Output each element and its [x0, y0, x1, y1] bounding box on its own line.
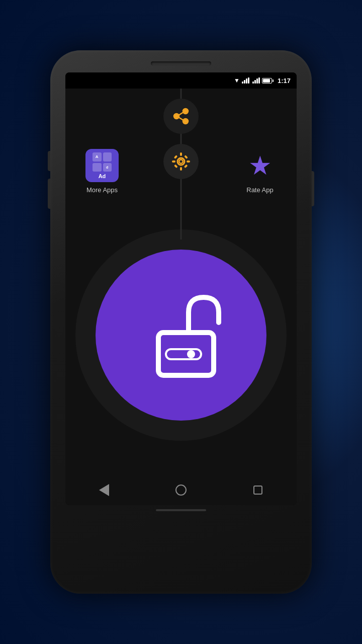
power-button[interactable] — [312, 171, 314, 206]
phone-device: ▼ — [50, 50, 312, 594]
back-icon — [99, 484, 109, 496]
star-icon: ★ — [248, 152, 272, 179]
home-icon — [175, 485, 187, 496]
status-time: 1:17 — [278, 77, 291, 85]
rate-app-button[interactable]: ★ Rate App — [243, 149, 277, 194]
volume-up-button[interactable] — [48, 151, 50, 171]
signal2-icon — [252, 77, 260, 84]
bottom-nav — [65, 475, 297, 505]
lock-icon — [131, 285, 231, 385]
back-button[interactable] — [92, 477, 117, 503]
status-bar: ▼ — [65, 72, 297, 89]
share-button[interactable] — [163, 99, 199, 134]
share-icon — [172, 107, 190, 125]
more-apps-icon: A d Ad — [85, 149, 119, 182]
recents-icon — [253, 486, 262, 495]
fingerprint-sensor — [156, 509, 206, 511]
lock-circle-container[interactable] — [75, 229, 287, 441]
more-apps-button[interactable]: A d Ad More — [85, 149, 119, 194]
wifi-icon: ▼ — [234, 77, 240, 84]
volume-down-button[interactable] — [48, 179, 50, 209]
rate-app-label: Rate App — [246, 186, 274, 194]
svg-point-7 — [184, 119, 188, 123]
svg-line-3 — [179, 113, 183, 115]
svg-point-5 — [184, 109, 188, 113]
rate-app-icon-container: ★ — [243, 149, 277, 182]
phone-bottom — [156, 509, 206, 511]
lock-circle[interactable] — [96, 250, 266, 421]
menu-area: A d Ad More — [65, 89, 297, 239]
side-buttons: A d Ad More — [65, 149, 297, 194]
home-button[interactable] — [168, 477, 194, 503]
svg-line-4 — [179, 118, 183, 120]
battery-icon — [262, 78, 274, 84]
speaker — [151, 61, 211, 65]
screen: ▼ — [65, 72, 297, 505]
more-apps-label: More Apps — [86, 186, 118, 194]
svg-point-6 — [174, 114, 178, 118]
recents-button[interactable] — [245, 477, 270, 503]
svg-point-21 — [187, 350, 195, 358]
signal-icon — [242, 77, 249, 84]
svg-rect-20 — [166, 349, 201, 359]
main-content: A d Ad More — [65, 89, 297, 475]
